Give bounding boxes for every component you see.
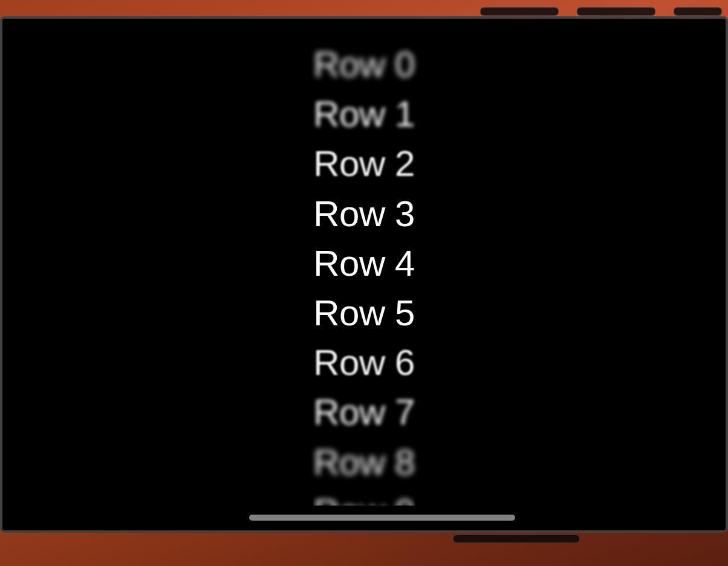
bg-panel: [674, 7, 722, 16]
background-panels: [480, 7, 722, 16]
simulator-window: Row 0 Row 1 Row 2 Row 3 Row 4 Row 5 Row …: [0, 16, 728, 533]
list-row[interactable]: Row 6: [313, 338, 415, 388]
list-row[interactable]: Row 9: [313, 487, 415, 506]
list-row[interactable]: Row 2: [313, 139, 415, 189]
list-row[interactable]: Row 1: [313, 89, 415, 139]
bottom-bg-panel: [453, 535, 580, 543]
list-row[interactable]: Row 3: [313, 189, 415, 239]
bg-panel: [480, 7, 559, 16]
list-row[interactable]: Row 8: [313, 438, 415, 487]
list-row[interactable]: Row 0: [313, 40, 415, 89]
scroll-list[interactable]: Row 0 Row 1 Row 2 Row 3 Row 4 Row 5 Row …: [2, 19, 726, 530]
list-row[interactable]: Row 5: [313, 288, 415, 338]
list-row-focused[interactable]: Row 4: [313, 239, 415, 288]
home-indicator[interactable]: [249, 515, 515, 521]
list-row-clipped[interactable]: Row 9: [313, 487, 415, 506]
list-row[interactable]: Row 7: [313, 388, 415, 437]
bg-panel: [577, 7, 655, 16]
